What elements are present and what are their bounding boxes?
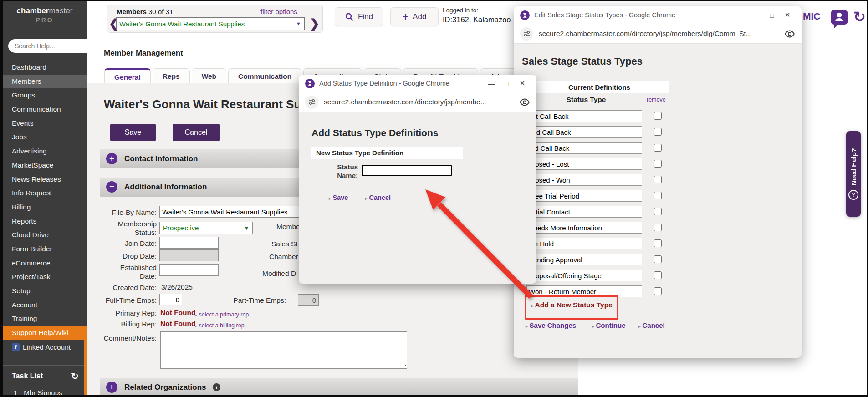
- sidebar-item-training[interactable]: Training: [3, 312, 87, 326]
- sidebar-item-communication[interactable]: Communication: [3, 102, 87, 117]
- status-type-input[interactable]: [526, 238, 642, 249]
- expand-icon[interactable]: +: [106, 382, 117, 393]
- select-primary-rep-link[interactable]: ▸select a primary rep: [195, 310, 249, 318]
- status-type-input[interactable]: [526, 270, 642, 281]
- sidebar-item-ecommerce[interactable]: eCommerce: [3, 256, 87, 270]
- sidebar-item-info-request[interactable]: Info Request: [3, 186, 87, 200]
- task-list-item[interactable]: 1Mbr Signups: [14, 389, 62, 397]
- eye-icon[interactable]: [784, 30, 795, 38]
- status-remove-checkbox[interactable]: [654, 192, 662, 199]
- search-help-input[interactable]: [8, 39, 94, 53]
- chambermaster-logo-icon: [305, 79, 315, 88]
- refresh-icon[interactable]: ↻: [853, 8, 866, 25]
- edit-window-url: secure2.chambermaster.com/directory/jsp/…: [539, 30, 784, 38]
- sidebar-item-jobs[interactable]: Jobs: [3, 130, 87, 144]
- tab-reps[interactable]: Reps: [153, 68, 190, 84]
- sidebar-item-form-builder[interactable]: Form Builder: [3, 242, 87, 256]
- tab-general[interactable]: General: [104, 68, 151, 85]
- add-window-title: Add Status Type Definition - Google Chro…: [319, 80, 484, 87]
- status-type-row: [526, 158, 662, 170]
- sidebar-item-dashboard[interactable]: Dashboard: [3, 61, 87, 75]
- sidebar-item-news-releases[interactable]: News Releases: [3, 173, 87, 187]
- edit-window-title: Edit Sales Stage Status Types - Google C…: [534, 11, 749, 19]
- edit-window-titlebar[interactable]: Edit Sales Stage Status Types - Google C…: [514, 6, 802, 24]
- save-link[interactable]: ▸Save: [329, 194, 348, 201]
- save-button[interactable]: Save: [110, 124, 156, 141]
- maximize-icon[interactable]: □: [499, 80, 515, 87]
- sidebar-item-marketspace[interactable]: MarketSpace: [3, 158, 87, 173]
- eye-icon[interactable]: [519, 98, 530, 106]
- status-type-input[interactable]: [526, 158, 642, 170]
- close-icon[interactable]: ✕: [515, 79, 530, 87]
- status-remove-checkbox[interactable]: [654, 208, 662, 215]
- status-name-input[interactable]: [362, 165, 452, 176]
- section-related-organizations[interactable]: + Related Organizations i: [100, 378, 578, 397]
- established-date-input[interactable]: [159, 264, 219, 276]
- tab-communication[interactable]: Communication: [228, 68, 301, 84]
- join-date-input[interactable]: [159, 237, 219, 249]
- status-type-input[interactable]: [526, 142, 642, 154]
- remove-link[interactable]: remove: [647, 97, 666, 103]
- status-type-input[interactable]: [526, 174, 642, 186]
- add-window-titlebar[interactable]: Add Status Type Definition - Google Chro…: [299, 75, 536, 92]
- status-remove-checkbox[interactable]: [654, 239, 662, 247]
- status-remove-checkbox[interactable]: [654, 224, 662, 231]
- status-type-input[interactable]: [526, 110, 642, 122]
- cancel-link[interactable]: ▸Cancel: [365, 194, 391, 201]
- next-member-chevron[interactable]: ❯: [310, 18, 320, 30]
- sidebar-item-reports[interactable]: Reports: [3, 214, 87, 229]
- status-type-input[interactable]: [526, 190, 642, 202]
- status-remove-checkbox[interactable]: [654, 160, 662, 168]
- file-by-input[interactable]: [159, 206, 322, 218]
- cancel-button[interactable]: Cancel: [173, 124, 220, 141]
- status-type-input[interactable]: [526, 206, 642, 218]
- status-remove-checkbox[interactable]: [654, 271, 662, 279]
- add-new-status-type-link[interactable]: ▸Add a New Status Type: [531, 301, 613, 309]
- add-button[interactable]: + Add: [390, 7, 439, 26]
- sidebar-item-members[interactable]: Members: [3, 75, 87, 89]
- link-marker-icon: ▸: [638, 324, 641, 329]
- filter-options-link[interactable]: filter options: [260, 8, 297, 15]
- status-remove-checkbox[interactable]: [654, 287, 662, 295]
- sidebar-item-linked-account[interactable]: f Linked Account: [3, 340, 87, 354]
- status-remove-checkbox[interactable]: [654, 176, 662, 183]
- file-by-label: File-By Name:: [88, 208, 157, 217]
- select-billing-rep-link[interactable]: ▸select a billing rep: [195, 321, 245, 329]
- find-button[interactable]: Find: [335, 7, 383, 26]
- task-list-refresh-icon[interactable]: ↻: [71, 371, 79, 382]
- save-changes-link[interactable]: ▸Save Changes: [526, 321, 576, 329]
- chat-person-icon[interactable]: [830, 9, 850, 31]
- status-remove-checkbox[interactable]: [654, 255, 662, 263]
- expand-icon[interactable]: +: [106, 153, 117, 164]
- site-settings-icon[interactable]: [305, 96, 318, 109]
- full-time-emps-input[interactable]: [159, 294, 182, 305]
- info-icon[interactable]: i: [213, 383, 220, 391]
- tab-web[interactable]: Web: [192, 68, 226, 84]
- sidebar-item-cloud-drive[interactable]: Cloud Drive: [3, 228, 87, 242]
- status-remove-checkbox[interactable]: [654, 144, 662, 152]
- site-settings-icon[interactable]: [520, 27, 533, 41]
- maximize-icon[interactable]: □: [764, 11, 780, 19]
- sidebar-item-billing[interactable]: Billing: [3, 200, 87, 214]
- status-type-input[interactable]: [526, 254, 642, 265]
- status-type-input[interactable]: [526, 222, 642, 234]
- close-icon[interactable]: ✕: [780, 11, 795, 19]
- membership-status-select[interactable]: Prospective ▼: [159, 222, 253, 234]
- continue-link[interactable]: ▸Continue: [592, 321, 626, 329]
- sidebar-item-groups[interactable]: Groups: [3, 88, 87, 102]
- sidebar-item-support-help-wiki[interactable]: Support Help/Wiki: [3, 326, 87, 340]
- sidebar-item-events[interactable]: Events: [3, 117, 87, 131]
- need-help-tab[interactable]: Need Help? ?: [846, 131, 861, 217]
- sidebar-item-advertising[interactable]: Advertising: [3, 144, 87, 158]
- comment-notes-textarea[interactable]: [160, 331, 407, 369]
- status-type-input[interactable]: [526, 126, 642, 138]
- status-remove-checkbox[interactable]: [654, 112, 662, 120]
- collapse-icon[interactable]: −: [106, 181, 117, 193]
- minimize-icon[interactable]: —: [484, 80, 499, 87]
- minimize-icon[interactable]: —: [749, 11, 764, 19]
- member-select[interactable]: Waiter's Gonna Wait Restaurant Supplies …: [116, 17, 305, 30]
- sidebar-item-project-task[interactable]: Project/Task: [3, 270, 87, 284]
- status-remove-checkbox[interactable]: [654, 128, 662, 136]
- cancel-link[interactable]: ▸Cancel: [638, 321, 665, 329]
- add-window-body: Add Status Type Definitions New Status T…: [299, 112, 536, 284]
